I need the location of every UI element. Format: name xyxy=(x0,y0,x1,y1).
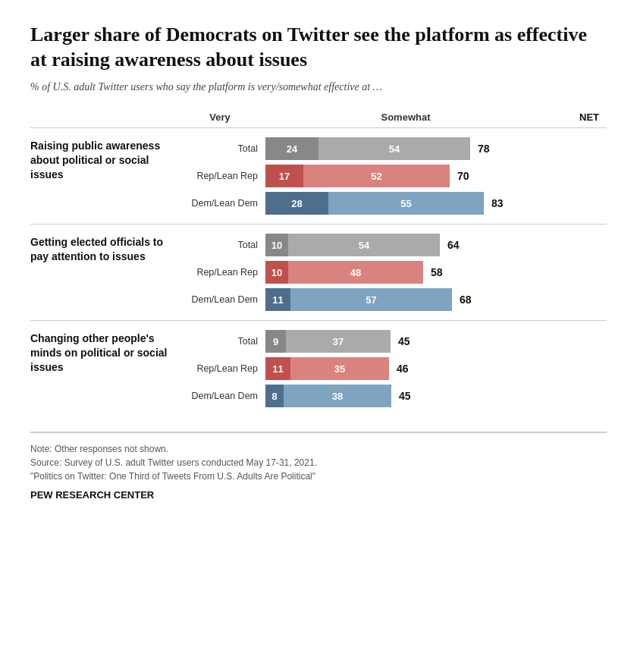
citation-text: "Politics on Twitter: One Third of Tweet… xyxy=(30,469,607,483)
rows-container-getting: Total105464Rep/Lean Rep104858Dem/Lean De… xyxy=(190,234,607,311)
bar-very-rep-2: 10 xyxy=(265,261,288,284)
bar-very-dem-1: 28 xyxy=(265,192,328,215)
row-label-total-3: Total xyxy=(190,336,265,347)
net-value-total-1: 78 xyxy=(470,143,508,155)
bar-somewhat-dem-3: 38 xyxy=(284,385,391,407)
col-header-very: Very xyxy=(190,111,250,123)
source-text: Source: Survey of U.S. adult Twitter use… xyxy=(30,456,607,469)
bar-somewhat-total-2: 54 xyxy=(288,234,440,256)
row-label-rep-2: Rep/Lean Rep xyxy=(190,267,265,278)
bar-row-total-3: Total93745 xyxy=(190,330,607,353)
bar-very-total-2: 10 xyxy=(265,234,288,256)
bar-very-total-3: 9 xyxy=(265,330,286,353)
org-label: PEW RESEARCH CENTER xyxy=(30,489,607,501)
bar-group-dem-1: 285583 xyxy=(265,192,607,215)
bar-group-rep-3: 113546 xyxy=(265,357,607,380)
note-text: Note: Other responses not shown. xyxy=(30,442,607,456)
bar-row-rep-1: Rep/Lean Rep175270 xyxy=(190,165,607,187)
rows-container-raising: Total245478Rep/Lean Rep175270Dem/Lean De… xyxy=(190,137,607,215)
net-value-total-3: 45 xyxy=(391,335,428,347)
col-header-somewhat: Somewhat xyxy=(250,111,561,123)
bar-group-rep-1: 175270 xyxy=(265,165,607,187)
bar-somewhat-rep-1: 52 xyxy=(303,165,450,187)
bar-very-dem-2: 11 xyxy=(265,288,290,311)
row-label-dem-2: Dem/Lean Dem xyxy=(190,294,265,305)
column-headers: Very Somewhat NET xyxy=(190,111,607,123)
bar-very-total-1: 24 xyxy=(265,137,318,160)
net-value-dem-3: 45 xyxy=(391,390,429,402)
net-value-dem-1: 83 xyxy=(484,197,522,209)
bar-row-rep-3: Rep/Lean Rep113546 xyxy=(190,357,607,380)
row-label-total-2: Total xyxy=(190,240,265,250)
chart-title: Larger share of Democrats on Twitter see… xyxy=(30,23,607,72)
bar-somewhat-total-1: 54 xyxy=(318,137,470,160)
bar-very-rep-1: 17 xyxy=(265,165,303,187)
bar-somewhat-dem-1: 55 xyxy=(328,192,484,215)
footnotes: Note: Other responses not shown. Source:… xyxy=(30,432,607,501)
net-value-rep-2: 58 xyxy=(423,266,461,278)
net-value-rep-1: 70 xyxy=(450,170,488,182)
bar-very-dem-3: 8 xyxy=(265,385,284,407)
bar-somewhat-rep-3: 35 xyxy=(290,357,389,380)
net-value-total-2: 64 xyxy=(440,239,478,251)
bar-group-total-1: 245478 xyxy=(265,137,607,160)
bar-group-dem-3: 83845 xyxy=(265,385,607,407)
section-label-raising: Raising public awareness about political… xyxy=(30,137,190,215)
section-raising: Raising public awareness about political… xyxy=(30,127,607,224)
row-label-rep-3: Rep/Lean Rep xyxy=(190,363,265,374)
bar-somewhat-rep-2: 48 xyxy=(288,261,423,284)
sections-container: Raising public awareness about political… xyxy=(30,127,607,416)
bar-group-rep-2: 104858 xyxy=(265,261,607,284)
section-label-getting: Getting elected officials to pay attenti… xyxy=(30,234,190,311)
row-label-total-1: Total xyxy=(190,143,265,154)
bar-somewhat-dem-2: 57 xyxy=(290,288,452,311)
section-changing: Changing other people's minds on politic… xyxy=(30,320,607,416)
bar-row-dem-2: Dem/Lean Dem115768 xyxy=(190,288,607,311)
bar-row-rep-2: Rep/Lean Rep104858 xyxy=(190,261,607,284)
rows-container-changing: Total93745Rep/Lean Rep113546Dem/Lean Dem… xyxy=(190,330,607,407)
section-label-changing: Changing other people's minds on politic… xyxy=(30,330,190,407)
bar-very-rep-3: 11 xyxy=(265,357,290,380)
bar-group-total-2: 105464 xyxy=(265,234,607,256)
bar-group-dem-2: 115768 xyxy=(265,288,607,311)
chart-subtitle: % of U.S. adult Twitter users who say th… xyxy=(30,81,607,93)
bar-row-total-2: Total105464 xyxy=(190,234,607,256)
bar-group-total-3: 93745 xyxy=(265,330,607,353)
bar-row-dem-3: Dem/Lean Dem83845 xyxy=(190,385,607,407)
row-label-rep-1: Rep/Lean Rep xyxy=(190,171,265,181)
section-getting: Getting elected officials to pay attenti… xyxy=(30,224,607,320)
col-header-net: NET xyxy=(561,111,607,123)
net-value-dem-2: 68 xyxy=(452,294,490,306)
bar-row-dem-1: Dem/Lean Dem285583 xyxy=(190,192,607,215)
row-label-dem-3: Dem/Lean Dem xyxy=(190,391,265,401)
row-label-dem-1: Dem/Lean Dem xyxy=(190,198,265,209)
bar-somewhat-total-3: 37 xyxy=(286,330,391,353)
net-value-rep-3: 46 xyxy=(389,363,427,375)
bar-row-total-1: Total245478 xyxy=(190,137,607,160)
chart-area: Very Somewhat NET Raising public awarene… xyxy=(30,111,607,416)
